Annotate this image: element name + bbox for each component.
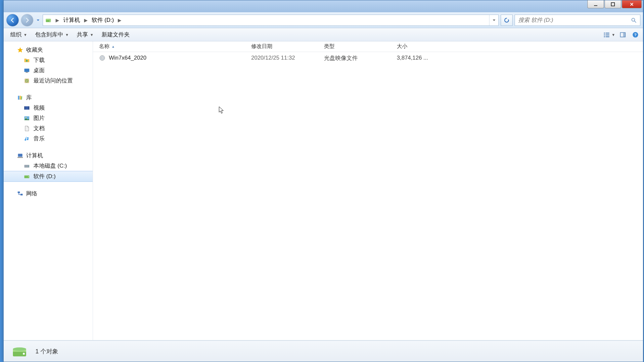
sidebar-item-videos[interactable]: 视频 (4, 103, 93, 113)
column-headers: 名称▲ 修改日期 类型 大小 (93, 41, 643, 52)
sidebar-libraries-header[interactable]: 库 (4, 92, 93, 103)
sidebar-favorites-label: 收藏夹 (26, 46, 43, 54)
svg-rect-1 (611, 3, 615, 6)
drive-icon (23, 163, 30, 169)
column-size[interactable]: 大小 (391, 41, 447, 52)
svg-rect-23 (18, 96, 19, 100)
sidebar-network-label: 网络 (26, 190, 37, 197)
svg-rect-19 (26, 72, 28, 73)
preview-pane-button[interactable] (618, 30, 628, 40)
column-name[interactable]: 名称▲ (93, 41, 245, 52)
svg-rect-8 (604, 32, 605, 33)
sidebar-item-label: 桌面 (33, 67, 45, 74)
sidebar-item-desktop[interactable]: 桌面 (4, 65, 93, 76)
svg-rect-3 (46, 19, 51, 20)
svg-rect-28 (28, 106, 29, 110)
sidebar-computer-header[interactable]: 计算机 (4, 150, 93, 161)
navigation-row: ▶ 计算机 ▶ 软件 (D:) ▶ (4, 12, 643, 28)
svg-rect-37 (18, 191, 20, 193)
sidebar-item-label: 下载 (33, 56, 45, 64)
svg-rect-31 (18, 154, 22, 157)
svg-point-30 (25, 117, 26, 118)
address-dropdown[interactable] (489, 15, 498, 26)
explorer-window: ▶ 计算机 ▶ 软件 (D:) ▶ 组织▼ 包含到库中▼ 共享▼ 新建文件夹 ▼ (3, 0, 643, 362)
sidebar-computer-label: 计算机 (26, 152, 43, 159)
navigation-sidebar: 收藏夹 下载 桌面 最近访问的位置 库 (4, 41, 93, 340)
svg-point-44 (13, 347, 26, 351)
sidebar-item-label: 本地磁盘 (C:) (33, 162, 67, 170)
sidebar-item-label: 音乐 (33, 135, 45, 142)
desktop-icon (23, 67, 30, 74)
file-name: Win7x64_2020 (109, 55, 146, 61)
column-type[interactable]: 类型 (318, 41, 391, 52)
organize-menu[interactable]: 组织▼ (6, 29, 31, 40)
file-row[interactable]: Win7x64_2020 2020/12/25 11:32 光盘映像文件 3,8… (93, 52, 643, 64)
search-input[interactable] (518, 17, 628, 24)
svg-point-4 (50, 21, 51, 22)
svg-rect-11 (606, 34, 609, 35)
svg-marker-5 (508, 19, 509, 20)
forward-button[interactable] (21, 14, 33, 26)
search-icon (631, 17, 637, 23)
address-bar[interactable]: ▶ 计算机 ▶ 软件 (D:) ▶ (43, 15, 499, 26)
svg-rect-12 (604, 36, 605, 37)
breadcrumb-drive[interactable]: 软件 (D:) (90, 15, 116, 26)
nav-history-dropdown[interactable] (35, 19, 41, 22)
titlebar (4, 0, 643, 12)
new-folder-button[interactable]: 新建文件夹 (98, 29, 134, 40)
sidebar-item-recent[interactable]: 最近访问的位置 (4, 76, 93, 86)
breadcrumb-separator-icon: ▶ (82, 18, 90, 23)
svg-rect-20 (25, 72, 28, 73)
drive-icon (43, 15, 54, 26)
file-date: 2020/12/25 11:32 (245, 55, 318, 61)
star-icon (17, 47, 23, 53)
toolbar: 组织▼ 包含到库中▼ 共享▼ 新建文件夹 ▼ ? (4, 28, 643, 41)
svg-rect-9 (606, 32, 609, 33)
sidebar-item-label: 最近访问的位置 (33, 77, 73, 84)
svg-text:?: ? (634, 32, 636, 37)
help-button[interactable]: ? (630, 30, 640, 40)
sidebar-item-downloads[interactable]: 下载 (4, 55, 93, 65)
refresh-button[interactable] (501, 15, 513, 26)
network-icon (17, 190, 23, 197)
picture-icon (23, 115, 30, 122)
svg-rect-0 (594, 5, 597, 6)
svg-rect-24 (20, 96, 21, 100)
sidebar-item-label: 软件 (D:) (33, 173, 56, 180)
sidebar-group-libraries: 库 视频 图片 文档 音乐 (4, 92, 93, 144)
status-text: 1 个对象 (35, 347, 58, 355)
breadcrumb-computer[interactable]: 计算机 (61, 15, 82, 26)
search-box[interactable] (515, 15, 640, 26)
svg-rect-38 (21, 194, 23, 195)
sidebar-group-favorites: 收藏夹 下载 桌面 最近访问的位置 (4, 45, 93, 86)
minimize-button[interactable] (587, 0, 604, 8)
sidebar-network-header[interactable]: 网络 (4, 188, 93, 199)
column-date[interactable]: 修改日期 (245, 41, 318, 52)
svg-rect-25 (21, 96, 22, 99)
svg-rect-18 (24, 69, 29, 72)
sidebar-item-drive-d[interactable]: 软件 (D:) (4, 171, 93, 182)
svg-point-43 (23, 353, 25, 355)
maximize-button[interactable] (605, 0, 621, 8)
back-button[interactable] (6, 14, 19, 26)
recent-icon (23, 78, 30, 84)
music-icon (23, 135, 30, 142)
file-size: 3,874,126 ... (391, 55, 447, 61)
svg-rect-27 (24, 106, 25, 110)
share-menu[interactable]: 共享▼ (73, 29, 98, 40)
sidebar-favorites-header[interactable]: 收藏夹 (4, 45, 93, 55)
sidebar-item-documents[interactable]: 文档 (4, 123, 93, 133)
close-button[interactable] (622, 0, 642, 8)
include-library-menu[interactable]: 包含到库中▼ (31, 29, 73, 40)
file-list[interactable]: Win7x64_2020 2020/12/25 11:32 光盘映像文件 3,8… (93, 52, 643, 340)
svg-point-40 (102, 57, 103, 59)
svg-point-34 (28, 166, 29, 166)
sidebar-item-drive-c[interactable]: 本地磁盘 (C:) (4, 161, 93, 171)
view-mode-button[interactable]: ▼ (603, 31, 615, 38)
svg-rect-15 (623, 32, 625, 37)
breadcrumb-separator-icon: ▶ (54, 18, 61, 23)
sidebar-item-pictures[interactable]: 图片 (4, 113, 93, 123)
svg-rect-32 (18, 157, 23, 158)
sidebar-item-music[interactable]: 音乐 (4, 133, 93, 144)
svg-point-36 (28, 176, 29, 177)
